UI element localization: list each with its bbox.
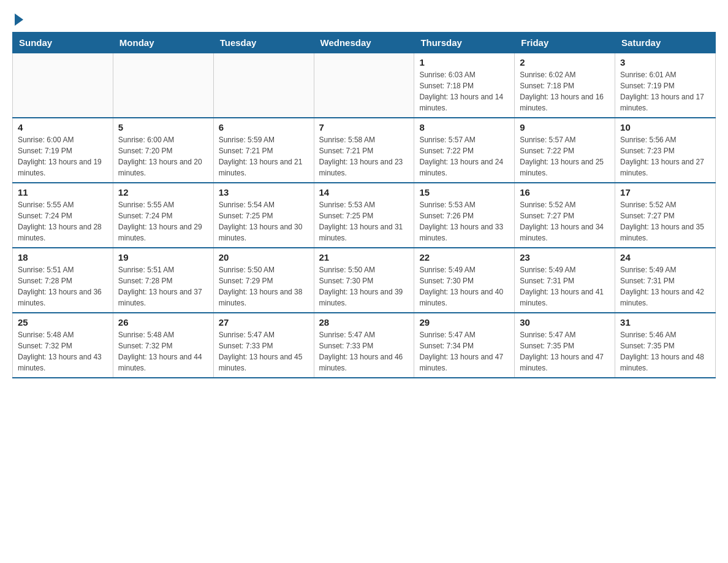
day-info: Sunrise: 5:47 AM Sunset: 7:35 PM Dayligh… (520, 329, 610, 373)
day-number: 6 (219, 122, 309, 132)
day-number: 5 (118, 122, 208, 132)
day-header-friday: Friday (515, 33, 615, 53)
day-number: 28 (319, 317, 409, 327)
day-number: 23 (520, 252, 610, 262)
calendar-cell: 28Sunrise: 5:47 AM Sunset: 7:33 PM Dayli… (314, 313, 414, 378)
day-number: 29 (419, 317, 509, 327)
day-number: 7 (319, 122, 409, 132)
calendar-header-row: SundayMondayTuesdayWednesdayThursdayFrid… (13, 33, 716, 53)
calendar-cell: 18Sunrise: 5:51 AM Sunset: 7:28 PM Dayli… (13, 248, 113, 313)
calendar-cell: 21Sunrise: 5:50 AM Sunset: 7:30 PM Dayli… (314, 248, 414, 313)
calendar-cell: 22Sunrise: 5:49 AM Sunset: 7:30 PM Dayli… (414, 248, 515, 313)
calendar-cell: 1Sunrise: 6:03 AM Sunset: 7:18 PM Daylig… (414, 53, 515, 118)
calendar-cell: 4Sunrise: 6:00 AM Sunset: 7:19 PM Daylig… (13, 118, 113, 183)
day-info: Sunrise: 5:53 AM Sunset: 7:25 PM Dayligh… (319, 199, 409, 243)
day-info: Sunrise: 5:52 AM Sunset: 7:27 PM Dayligh… (520, 199, 610, 243)
logo-arrow-icon (15, 13, 23, 26)
day-info: Sunrise: 5:49 AM Sunset: 7:30 PM Dayligh… (419, 264, 509, 308)
day-info: Sunrise: 5:48 AM Sunset: 7:32 PM Dayligh… (18, 329, 108, 373)
day-info: Sunrise: 5:47 AM Sunset: 7:33 PM Dayligh… (219, 329, 309, 373)
day-header-thursday: Thursday (414, 33, 515, 53)
day-info: Sunrise: 5:52 AM Sunset: 7:27 PM Dayligh… (620, 199, 710, 243)
calendar-cell: 10Sunrise: 5:56 AM Sunset: 7:23 PM Dayli… (615, 118, 716, 183)
calendar-cell: 7Sunrise: 5:58 AM Sunset: 7:21 PM Daylig… (314, 118, 414, 183)
day-number: 10 (620, 122, 710, 132)
day-number: 12 (118, 187, 208, 197)
calendar-cell: 29Sunrise: 5:47 AM Sunset: 7:34 PM Dayli… (414, 313, 515, 378)
day-number: 17 (620, 187, 710, 197)
day-info: Sunrise: 5:46 AM Sunset: 7:35 PM Dayligh… (620, 329, 710, 373)
calendar-cell (314, 53, 414, 118)
day-header-saturday: Saturday (615, 33, 716, 53)
day-info: Sunrise: 5:57 AM Sunset: 7:22 PM Dayligh… (520, 134, 610, 178)
calendar-cell: 24Sunrise: 5:49 AM Sunset: 7:31 PM Dayli… (615, 248, 716, 313)
day-number: 25 (18, 317, 108, 327)
day-info: Sunrise: 5:47 AM Sunset: 7:33 PM Dayligh… (319, 329, 409, 373)
calendar-cell: 20Sunrise: 5:50 AM Sunset: 7:29 PM Dayli… (213, 248, 314, 313)
calendar-cell (213, 53, 314, 118)
calendar-cell: 27Sunrise: 5:47 AM Sunset: 7:33 PM Dayli… (213, 313, 314, 378)
day-number: 15 (419, 187, 509, 197)
day-info: Sunrise: 5:56 AM Sunset: 7:23 PM Dayligh… (620, 134, 710, 178)
day-info: Sunrise: 5:49 AM Sunset: 7:31 PM Dayligh… (620, 264, 710, 308)
calendar-week-row: 18Sunrise: 5:51 AM Sunset: 7:28 PM Dayli… (13, 248, 716, 313)
calendar-cell: 25Sunrise: 5:48 AM Sunset: 7:32 PM Dayli… (13, 313, 113, 378)
day-info: Sunrise: 5:55 AM Sunset: 7:24 PM Dayligh… (18, 199, 108, 243)
day-header-tuesday: Tuesday (213, 33, 314, 53)
day-number: 24 (620, 252, 710, 262)
calendar-cell: 13Sunrise: 5:54 AM Sunset: 7:25 PM Dayli… (213, 183, 314, 248)
day-header-sunday: Sunday (13, 33, 113, 53)
calendar-cell: 26Sunrise: 5:48 AM Sunset: 7:32 PM Dayli… (113, 313, 213, 378)
day-info: Sunrise: 6:00 AM Sunset: 7:20 PM Dayligh… (118, 134, 208, 178)
calendar-week-row: 4Sunrise: 6:00 AM Sunset: 7:19 PM Daylig… (13, 118, 716, 183)
calendar-cell (13, 53, 113, 118)
day-number: 18 (18, 252, 108, 262)
calendar-cell: 5Sunrise: 6:00 AM Sunset: 7:20 PM Daylig… (113, 118, 213, 183)
day-number: 2 (520, 57, 610, 67)
day-info: Sunrise: 6:02 AM Sunset: 7:18 PM Dayligh… (520, 69, 610, 113)
day-info: Sunrise: 5:51 AM Sunset: 7:28 PM Dayligh… (18, 264, 108, 308)
day-number: 21 (319, 252, 409, 262)
calendar-cell: 2Sunrise: 6:02 AM Sunset: 7:18 PM Daylig… (515, 53, 615, 118)
day-info: Sunrise: 5:50 AM Sunset: 7:29 PM Dayligh… (219, 264, 309, 308)
day-info: Sunrise: 5:53 AM Sunset: 7:26 PM Dayligh… (419, 199, 509, 243)
day-number: 20 (219, 252, 309, 262)
calendar-cell: 6Sunrise: 5:59 AM Sunset: 7:21 PM Daylig… (213, 118, 314, 183)
day-info: Sunrise: 5:54 AM Sunset: 7:25 PM Dayligh… (219, 199, 309, 243)
day-info: Sunrise: 5:51 AM Sunset: 7:28 PM Dayligh… (118, 264, 208, 308)
calendar-cell (113, 53, 213, 118)
calendar-week-row: 25Sunrise: 5:48 AM Sunset: 7:32 PM Dayli… (13, 313, 716, 378)
calendar-week-row: 1Sunrise: 6:03 AM Sunset: 7:18 PM Daylig… (13, 53, 716, 118)
day-number: 8 (419, 122, 509, 132)
day-number: 22 (419, 252, 509, 262)
calendar-cell: 12Sunrise: 5:55 AM Sunset: 7:24 PM Dayli… (113, 183, 213, 248)
day-number: 30 (520, 317, 610, 327)
day-number: 19 (118, 252, 208, 262)
calendar-cell: 9Sunrise: 5:57 AM Sunset: 7:22 PM Daylig… (515, 118, 615, 183)
day-header-monday: Monday (113, 33, 213, 53)
calendar-cell: 14Sunrise: 5:53 AM Sunset: 7:25 PM Dayli… (314, 183, 414, 248)
day-info: Sunrise: 5:50 AM Sunset: 7:30 PM Dayligh… (319, 264, 409, 308)
day-number: 16 (520, 187, 610, 197)
day-number: 14 (319, 187, 409, 197)
day-number: 9 (520, 122, 610, 132)
calendar-cell: 16Sunrise: 5:52 AM Sunset: 7:27 PM Dayli… (515, 183, 615, 248)
day-number: 31 (620, 317, 710, 327)
day-number: 13 (219, 187, 309, 197)
calendar-cell: 19Sunrise: 5:51 AM Sunset: 7:28 PM Dayli… (113, 248, 213, 313)
day-number: 3 (620, 57, 710, 67)
day-info: Sunrise: 5:58 AM Sunset: 7:21 PM Dayligh… (319, 134, 409, 178)
calendar-table: SundayMondayTuesdayWednesdayThursdayFrid… (12, 32, 716, 378)
day-info: Sunrise: 6:03 AM Sunset: 7:18 PM Dayligh… (419, 69, 509, 113)
calendar-cell: 3Sunrise: 6:01 AM Sunset: 7:19 PM Daylig… (615, 53, 716, 118)
calendar-cell: 15Sunrise: 5:53 AM Sunset: 7:26 PM Dayli… (414, 183, 515, 248)
calendar-cell: 30Sunrise: 5:47 AM Sunset: 7:35 PM Dayli… (515, 313, 615, 378)
page-header (12, 12, 716, 26)
calendar-cell: 23Sunrise: 5:49 AM Sunset: 7:31 PM Dayli… (515, 248, 615, 313)
day-number: 27 (219, 317, 309, 327)
calendar-cell: 17Sunrise: 5:52 AM Sunset: 7:27 PM Dayli… (615, 183, 716, 248)
day-info: Sunrise: 5:49 AM Sunset: 7:31 PM Dayligh… (520, 264, 610, 308)
day-info: Sunrise: 5:59 AM Sunset: 7:21 PM Dayligh… (219, 134, 309, 178)
calendar-cell: 8Sunrise: 5:57 AM Sunset: 7:22 PM Daylig… (414, 118, 515, 183)
calendar-cell: 31Sunrise: 5:46 AM Sunset: 7:35 PM Dayli… (615, 313, 716, 378)
